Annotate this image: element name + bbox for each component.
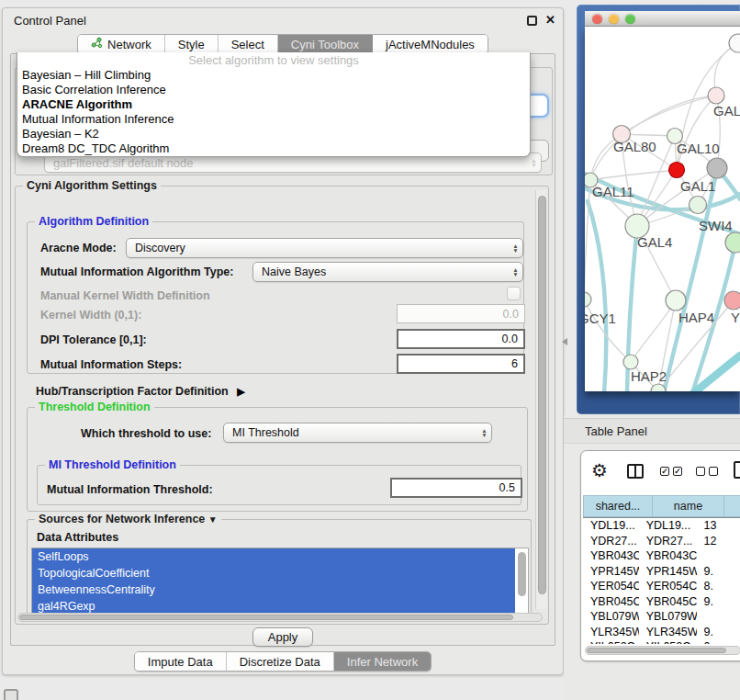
table-toolbar: ⚙ ✓✓ [581, 451, 740, 493]
table-horizontal-scrollbar[interactable] [585, 646, 740, 655]
combobox-spinner-icon: ▲▼ [477, 428, 491, 437]
select-none-icon[interactable] [696, 467, 718, 476]
dropdown-item-mutual-information-inference[interactable]: Mutual Information Inference [17, 112, 530, 127]
table-row[interactable]: YIL052CYIL052C0 [583, 639, 740, 644]
network-window-titlebar[interactable] [585, 11, 740, 27]
aracne-mode-value: Discovery [127, 242, 509, 254]
close-traffic-light-icon[interactable] [592, 14, 602, 24]
network-node-gal[interactable] [708, 87, 724, 104]
hub-definition-expander[interactable]: Hub/Transcription Factor Definition ▶ [36, 385, 245, 398]
settings-gear-icon[interactable]: ⚙ [591, 459, 608, 481]
settings-vertical-scrollbar[interactable] [535, 190, 547, 609]
tab-discretize-data[interactable]: Discretize Data [227, 652, 334, 671]
network-node-gal1[interactable] [690, 197, 707, 214]
select-all-checked-icon[interactable]: ✓✓ [660, 467, 682, 476]
attribute-item-betweennesscentrality[interactable]: BetweennessCentrality [32, 581, 515, 598]
settings-horizontal-scrollbar[interactable] [17, 613, 543, 622]
tab-cyni-toolbox[interactable]: Cyni Toolbox [278, 35, 373, 53]
network-node[interactable] [669, 163, 685, 178]
dropdown-item-bayesian-k2[interactable]: Bayesian – K2 [17, 127, 530, 141]
table-row[interactable]: YDL19...YDL19...13 [583, 518, 740, 534]
node-label: Y [731, 310, 740, 325]
dropdown-item-bayesian-hill-climbing[interactable]: Bayesian – Hill Climbing [17, 68, 530, 83]
table-row[interactable]: YBR045CYBR045C9. [583, 594, 740, 610]
apply-button[interactable]: Apply [252, 627, 313, 647]
which-threshold-combobox[interactable]: MI Threshold ▲▼ [223, 423, 492, 443]
mi-threshold-field[interactable]: 0.5 [390, 478, 522, 498]
table-cell: YDR27... [639, 534, 697, 549]
table-scroll-thumb[interactable] [587, 648, 726, 653]
network-node[interactable] [729, 34, 740, 52]
dropdown-item-basic-correlation-inference[interactable]: Basic Correlation Inference [17, 83, 530, 97]
tab-network[interactable]: Network [78, 35, 165, 53]
vertical-scroll-thumb[interactable] [538, 196, 546, 594]
column-header-col2[interactable] [723, 495, 740, 517]
network-edge[interactable] [622, 96, 716, 134]
list-scrollbar[interactable] [518, 552, 526, 596]
expander-expanded-icon: ▼ [208, 514, 218, 525]
table-cell: 0 [697, 639, 740, 644]
new-table-icon[interactable] [734, 461, 740, 479]
sources-group-title[interactable]: Sources for Network Inference ▼ [35, 513, 221, 525]
minimize-traffic-light-icon[interactable] [609, 14, 619, 24]
mi-type-combobox[interactable]: Naive Bayes ▲▼ [252, 262, 523, 282]
aracne-mode-combobox[interactable]: Discovery ▲▼ [126, 238, 523, 258]
network-node-hap4[interactable] [666, 290, 686, 310]
attribute-item-gal4rgexp[interactable]: gal4RGexp [32, 598, 515, 614]
network-graph: GALGAL80GAL10GAL1GAL11SWI4GAL4GCY1HAP4YH… [585, 27, 740, 391]
network-edge[interactable] [590, 170, 677, 180]
table-cell: YBL079W [639, 609, 697, 625]
network-node-y[interactable] [724, 291, 740, 310]
network-view-window: GALGAL80GAL10GAL1GAL11SWI4GAL4GCY1HAP4YH… [577, 5, 740, 414]
kernel-width-field[interactable]: 0.0 [397, 304, 525, 323]
network-node-gcy1[interactable] [585, 292, 591, 307]
table-row[interactable]: YBR043CYBR043C [583, 548, 740, 564]
table-row[interactable]: YER054CYER054C8. [583, 579, 740, 594]
combobox-spinner-icon: ▲▼ [527, 158, 541, 167]
table-cell [697, 609, 740, 625]
tab-select[interactable]: Select [219, 35, 278, 53]
table-row[interactable]: YDR27...YDR27...12 [583, 534, 740, 549]
manual-kernel-checkbox[interactable] [507, 287, 521, 300]
network-node-swi4[interactable] [725, 232, 740, 253]
tab-jactivemnodules[interactable]: jActiveMNodules [373, 35, 488, 53]
table-row[interactable]: YPR145WYPR145W9. [583, 564, 740, 580]
kernel-width-value: 0.0 [503, 308, 524, 321]
tab-style[interactable]: Style [165, 35, 219, 53]
node-label: GAL1 [680, 178, 715, 194]
close-icon[interactable]: ✕ [545, 13, 555, 27]
dropdown-item-dream8-dc-tdc-algorithm[interactable]: Dream8 DC_TDC Algorithm [17, 141, 530, 156]
network-node[interactable] [707, 158, 727, 178]
table-row[interactable]: YLR345WYLR345W9. [583, 625, 740, 640]
data-attributes-list[interactable]: SelfLoopsTopologicalCoefficientBetweenne… [31, 548, 529, 614]
table-row[interactable]: YBL079WYBL079W [583, 609, 740, 625]
zoom-traffic-light-icon[interactable] [625, 14, 635, 24]
network-canvas[interactable]: GALGAL80GAL10GAL1GAL11SWI4GAL4GCY1HAP4YH… [585, 27, 740, 391]
data-attributes-label: Data Attributes [37, 531, 118, 544]
dpi-tolerance-field[interactable]: 0.0 [397, 329, 525, 349]
panel-splitter-handle[interactable] [562, 338, 567, 345]
which-threshold-label: Which threshold to use: [81, 427, 211, 440]
mi-type-label: Mutual Information Algorithm Type: [40, 265, 233, 278]
horizontal-scroll-thumb[interactable] [19, 615, 513, 620]
split-panel-icon[interactable] [627, 464, 644, 479]
node-label: GAL4 [637, 234, 672, 250]
dropdown-item-aracne-algorithm[interactable]: ARACNE Algorithm [17, 97, 530, 112]
attribute-item-selfloops[interactable]: SelfLoops [32, 548, 515, 565]
tab-impute-data[interactable]: Impute Data [135, 652, 227, 671]
table-body[interactable]: YDL19...YDL19...13YDR27...YDR27...12YBR0… [583, 517, 740, 644]
network-edge[interactable] [585, 180, 590, 299]
tab-infer-network[interactable]: Infer Network [334, 652, 431, 671]
table-cell: 9. [697, 625, 740, 640]
column-header-name[interactable]: name [652, 495, 723, 517]
attribute-item-topologicalcoefficient[interactable]: TopologicalCoefficient [32, 565, 515, 581]
combobox-spinner-icon: ▲▼ [509, 243, 522, 253]
table-cell: YER054C [639, 579, 697, 594]
column-header-shared[interactable]: shared... [583, 495, 652, 517]
network-node-hap2[interactable] [623, 355, 638, 369]
sources-group: Sources for Network Inference ▼ Data Att… [27, 519, 532, 616]
network-edge[interactable] [590, 96, 716, 180]
expander-collapsed-icon: ▶ [237, 386, 244, 397]
float-window-icon[interactable] [527, 16, 537, 26]
mi-steps-field[interactable]: 6 [397, 354, 525, 374]
